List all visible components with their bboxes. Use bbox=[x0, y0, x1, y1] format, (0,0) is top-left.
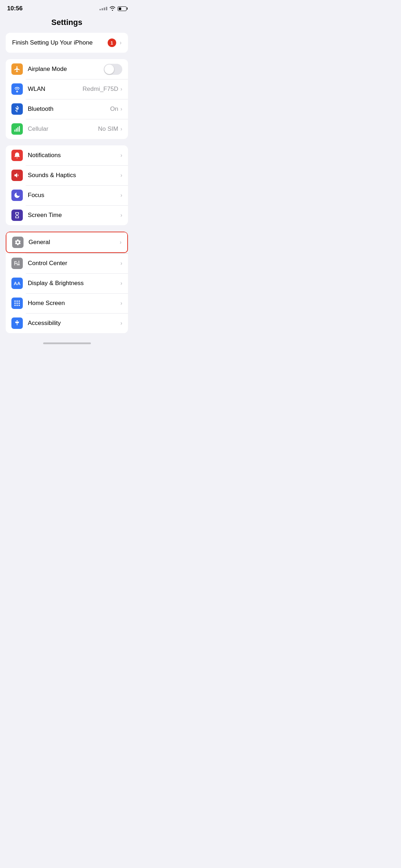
wlan-chevron-icon: › bbox=[120, 86, 122, 92]
accessibility-icon bbox=[14, 320, 21, 327]
setup-badge: 1 bbox=[108, 38, 116, 47]
gear-icon bbox=[14, 239, 21, 246]
status-icons bbox=[99, 6, 127, 12]
general-row[interactable]: General › bbox=[6, 232, 128, 253]
sounds-haptics-icon-wrap bbox=[11, 170, 23, 181]
wifi-icon bbox=[109, 6, 115, 12]
svg-rect-18 bbox=[19, 305, 20, 306]
connectivity-section: Airplane Mode WLAN Redmi_F75D › bbox=[6, 59, 128, 139]
display-brightness-row[interactable]: AA Display & Brightness › bbox=[6, 273, 128, 293]
bluetooth-value: On bbox=[110, 105, 118, 113]
notifications-row[interactable]: Notifications › bbox=[6, 145, 128, 165]
screen-time-icon-wrap bbox=[11, 210, 23, 221]
general-icon-wrap bbox=[12, 237, 24, 248]
svg-rect-2 bbox=[17, 127, 19, 132]
cellular-value: No SIM bbox=[98, 125, 118, 133]
hourglass-icon bbox=[14, 212, 21, 219]
home-bar bbox=[43, 342, 91, 344]
sounds-haptics-chevron-icon: › bbox=[120, 172, 122, 179]
svg-rect-5 bbox=[15, 261, 17, 262]
home-screen-chevron-icon: › bbox=[120, 300, 122, 306]
sounds-haptics-row[interactable]: Sounds & Haptics › bbox=[6, 165, 128, 185]
accessibility-row[interactable]: Accessibility › bbox=[6, 313, 128, 333]
screen-time-label: Screen Time bbox=[28, 212, 120, 219]
airplane-mode-row[interactable]: Airplane Mode bbox=[6, 59, 128, 79]
bluetooth-chevron-icon: › bbox=[120, 106, 122, 112]
screen-time-chevron-icon: › bbox=[120, 212, 122, 218]
wlan-value: Redmi_F75D bbox=[83, 86, 118, 93]
svg-rect-11 bbox=[16, 301, 17, 302]
bluetooth-icon-wrap bbox=[11, 103, 23, 115]
svg-rect-1 bbox=[16, 128, 17, 131]
focus-chevron-icon: › bbox=[120, 192, 122, 198]
cellular-label: Cellular bbox=[28, 125, 98, 133]
notifications-chevron-icon: › bbox=[120, 152, 122, 159]
cellular-icon bbox=[14, 125, 21, 133]
aa-icon: AA bbox=[14, 281, 21, 286]
page-header: Settings bbox=[0, 14, 134, 33]
control-center-row[interactable]: Control Center › bbox=[6, 253, 128, 273]
accessibility-icon-wrap bbox=[11, 317, 23, 329]
focus-row[interactable]: Focus › bbox=[6, 185, 128, 205]
airplane-icon bbox=[14, 66, 21, 73]
bluetooth-label: Bluetooth bbox=[28, 105, 110, 113]
general-label: General bbox=[29, 239, 120, 246]
setup-chevron-icon: › bbox=[120, 40, 122, 46]
focus-icon-wrap bbox=[11, 190, 23, 201]
svg-rect-6 bbox=[17, 263, 17, 265]
svg-rect-0 bbox=[15, 130, 16, 132]
accessibility-chevron-icon: › bbox=[120, 320, 122, 326]
svg-rect-17 bbox=[16, 305, 17, 306]
setup-banner-row[interactable]: Finish Setting Up Your iPhone 1 › bbox=[6, 33, 128, 53]
control-center-icon-wrap bbox=[11, 258, 23, 269]
notifications-label: Notifications bbox=[28, 152, 120, 159]
controls-icon bbox=[14, 260, 21, 267]
svg-rect-12 bbox=[19, 301, 20, 302]
signal-icon bbox=[99, 7, 107, 10]
svg-point-19 bbox=[16, 320, 17, 321]
home-indicator bbox=[0, 340, 134, 346]
svg-rect-14 bbox=[16, 303, 17, 304]
cellular-icon-wrap bbox=[11, 123, 23, 135]
svg-rect-7 bbox=[15, 263, 17, 264]
bluetooth-icon bbox=[14, 105, 21, 113]
wlan-icon bbox=[14, 86, 21, 93]
screen-time-row[interactable]: Screen Time › bbox=[6, 205, 128, 225]
svg-rect-16 bbox=[15, 305, 16, 306]
control-center-label: Control Center bbox=[28, 260, 120, 267]
accessibility-label: Accessibility bbox=[28, 320, 120, 327]
display-brightness-icon-wrap: AA bbox=[11, 278, 23, 289]
display-brightness-label: Display & Brightness bbox=[28, 280, 120, 287]
svg-rect-15 bbox=[19, 303, 20, 304]
home-screen-row[interactable]: Home Screen › bbox=[6, 293, 128, 313]
setup-banner-label: Finish Setting Up Your iPhone bbox=[12, 39, 93, 46]
wlan-row[interactable]: WLAN Redmi_F75D › bbox=[6, 79, 128, 99]
cellular-row[interactable]: Cellular No SIM › bbox=[6, 119, 128, 139]
bell-icon bbox=[14, 152, 21, 159]
sounds-haptics-label: Sounds & Haptics bbox=[28, 172, 120, 179]
home-screen-label: Home Screen bbox=[28, 300, 120, 307]
bluetooth-row[interactable]: Bluetooth On › bbox=[6, 99, 128, 119]
homescreen-icon bbox=[14, 300, 21, 307]
general-chevron-icon: › bbox=[120, 239, 122, 246]
focus-label: Focus bbox=[28, 192, 120, 199]
svg-rect-10 bbox=[15, 301, 16, 302]
svg-rect-3 bbox=[19, 126, 20, 132]
display-brightness-chevron-icon: › bbox=[120, 280, 122, 286]
sound-icon bbox=[14, 172, 21, 179]
status-bar: 10:56 bbox=[0, 0, 134, 14]
notifications-icon-wrap bbox=[11, 150, 23, 161]
general-section: General › Control Center › AA bbox=[6, 232, 128, 333]
svg-rect-13 bbox=[15, 303, 16, 304]
home-screen-icon-wrap bbox=[11, 298, 23, 309]
page-title: Settings bbox=[51, 18, 82, 27]
svg-rect-9 bbox=[17, 264, 20, 265]
control-center-chevron-icon: › bbox=[120, 260, 122, 267]
moon-icon bbox=[14, 192, 21, 199]
airplane-mode-toggle[interactable] bbox=[104, 64, 122, 75]
battery-icon bbox=[118, 6, 127, 11]
settings-content: Finish Setting Up Your iPhone 1 › Airpla… bbox=[0, 33, 134, 333]
airplane-mode-label: Airplane Mode bbox=[28, 66, 104, 73]
setup-banner-card[interactable]: Finish Setting Up Your iPhone 1 › bbox=[6, 33, 128, 53]
notifications-section: Notifications › Sounds & Haptics › Focus… bbox=[6, 145, 128, 225]
